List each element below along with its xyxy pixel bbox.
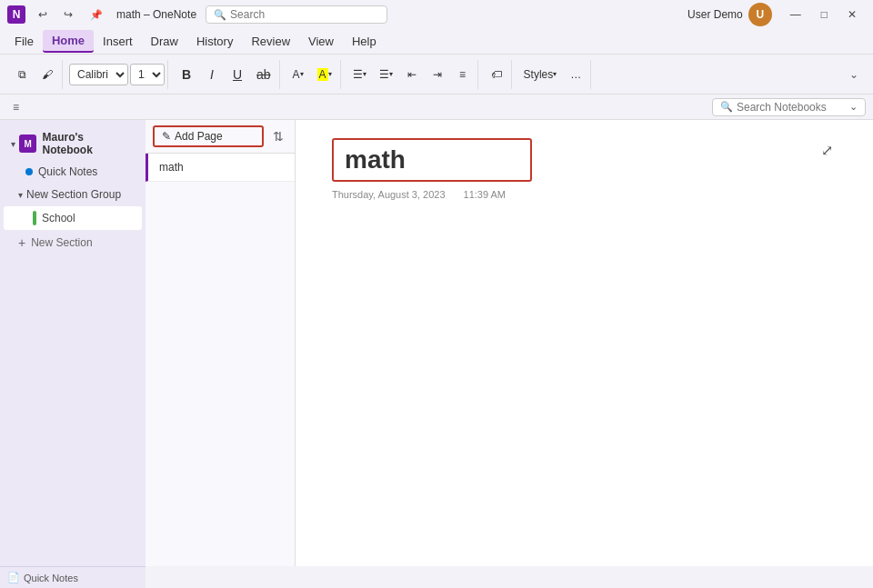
sidebar-item-new-section[interactable]: + New Section <box>4 231 142 254</box>
sub-toolbar: ≡ 🔍 ⌄ <box>0 95 873 120</box>
toolbar: ⧉ 🖌 Calibri 11 B I U ab A▾ A▾ ☰▾ ☰▾ <box>0 55 873 95</box>
window-controls: — □ ✕ <box>781 5 866 25</box>
search-notebooks-icon: 🔍 <box>720 101 733 113</box>
menu-review[interactable]: Review <box>242 31 299 52</box>
pages-panel-header: ✎ Add Page ⇅ <box>146 120 295 154</box>
minimize-button[interactable]: — <box>781 5 810 25</box>
toolbar-collapse-button[interactable]: ⌄ <box>842 65 866 85</box>
pages-panel: ✎ Add Page ⇅ math <box>146 120 296 566</box>
section-group-label: New Section Group <box>26 188 121 201</box>
page-item-label: math <box>159 161 184 174</box>
sidebar-item-label: Quick Notes <box>38 165 97 178</box>
page-item-math[interactable]: math <box>146 154 295 182</box>
menu-draw[interactable]: Draw <box>142 31 187 52</box>
add-page-button[interactable]: ✎ Add Page <box>153 125 264 147</box>
undo-button[interactable]: ↩ <box>31 3 55 26</box>
school-bar <box>33 211 36 225</box>
styles-button[interactable]: Styles ▾ <box>518 63 563 86</box>
section-group-header[interactable]: ▾ New Section Group <box>4 184 142 205</box>
add-page-label: Add Page <box>175 130 223 143</box>
sort-icon: ⇅ <box>273 129 284 144</box>
bullets-button[interactable]: ☰▾ <box>347 63 372 86</box>
sidebar-bottom-label: Quick Notes <box>24 573 78 583</box>
menu-history[interactable]: History <box>187 31 242 52</box>
sidebar-collapse-button[interactable]: ≡ <box>7 99 25 115</box>
bullets-icon: ☰ <box>353 68 363 81</box>
avatar[interactable]: U <box>748 3 772 26</box>
content-area[interactable]: math ⤢ Thursday, August 3, 2023 11:39 AM <box>296 120 873 566</box>
page-date: Thursday, August 3, 2023 <box>332 189 446 200</box>
search-icon: 🔍 <box>214 9 226 21</box>
bold-button[interactable]: B <box>175 63 198 86</box>
indent-icon: ⇥ <box>433 68 442 81</box>
search-box: 🔍 <box>206 5 387 24</box>
menu-file[interactable]: File <box>5 31 43 52</box>
section-group-chevron-icon: ▾ <box>18 190 23 200</box>
font-family-select[interactable]: Calibri <box>69 64 128 85</box>
maximize-button[interactable]: □ <box>812 5 837 25</box>
sidebar-item-quick-notes[interactable]: Quick Notes <box>4 161 142 183</box>
align-icon: ≡ <box>459 68 466 81</box>
format-brush-icon: 🖌 <box>42 68 53 81</box>
more-button[interactable]: … <box>564 63 587 86</box>
tags-icon: 🏷 <box>491 68 502 81</box>
font-color-icon: A <box>293 68 300 81</box>
app-icon: N <box>7 5 25 24</box>
content-header: math ⤢ <box>332 138 837 182</box>
sidebar-bottom[interactable]: 📄 Quick Notes <box>0 566 146 588</box>
title-bar: N ↩ ↪ 📌 math – OneNote 🔍 User Demo U — □… <box>0 0 873 29</box>
search-notebooks-chevron[interactable]: ⌄ <box>849 101 858 113</box>
menu-home[interactable]: Home <box>43 30 94 53</box>
search-notebooks-box: 🔍 ⌄ <box>712 98 866 116</box>
clipboard-button[interactable]: ⧉ <box>10 63 34 86</box>
outdent-button[interactable]: ⇤ <box>400 63 424 86</box>
strikethrough-button[interactable]: ab <box>251 63 276 86</box>
add-page-icon: ✎ <box>162 130 171 143</box>
numbering-icon: ☰ <box>379 68 389 81</box>
font-color-button[interactable]: A▾ <box>286 63 310 86</box>
font-size-select[interactable]: 11 <box>130 64 165 85</box>
pin-button[interactable]: 📌 <box>85 6 107 24</box>
highlight-icon: A <box>317 68 328 81</box>
sort-button[interactable]: ⇅ <box>269 125 287 147</box>
styles-label: Styles <box>524 68 554 81</box>
highlight-button[interactable]: A▾ <box>312 63 337 86</box>
menu-view[interactable]: View <box>299 31 343 52</box>
notebook-header[interactable]: ▾ M Mauro's Notebook <box>4 127 142 160</box>
search-notebooks-input[interactable] <box>737 101 846 114</box>
window-title: math – OneNote <box>116 8 196 21</box>
user-name: User Demo <box>687 8 743 21</box>
expand-button[interactable]: ⤢ <box>818 138 837 163</box>
underline-button[interactable]: U <box>226 63 249 86</box>
search-input[interactable] <box>230 8 357 21</box>
outdent-icon: ⇤ <box>407 68 416 81</box>
sidebar-item-school[interactable]: School <box>4 206 142 230</box>
notebook-chevron-icon: ▾ <box>11 139 15 149</box>
clipboard-icon: ⧉ <box>18 68 26 81</box>
tags-button[interactable]: 🏷 <box>485 63 508 86</box>
notebook-label: Mauro's Notebook <box>42 131 135 156</box>
italic-button[interactable]: I <box>200 63 224 86</box>
menu-insert[interactable]: Insert <box>94 31 142 52</box>
close-button[interactable]: ✕ <box>838 5 866 25</box>
page-meta: Thursday, August 3, 2023 11:39 AM <box>332 189 837 200</box>
menu-bar: File Home Insert Draw History Review Vie… <box>0 29 873 55</box>
notebook-icon: M <box>19 135 36 153</box>
plus-icon: + <box>18 235 25 250</box>
user-area: User Demo U <box>687 3 772 26</box>
menu-help[interactable]: Help <box>343 31 386 52</box>
sidebar-bottom-icon: 📄 <box>7 572 20 583</box>
more-icon: … <box>570 68 581 81</box>
align-button[interactable]: ≡ <box>451 63 475 86</box>
quick-notes-dot <box>25 168 33 175</box>
redo-button[interactable]: ↪ <box>56 3 80 26</box>
sidebar: ▾ M Mauro's Notebook Quick Notes ▾ New S… <box>0 120 146 566</box>
page-title[interactable]: math <box>332 138 532 182</box>
sidebar-item-label: School <box>42 212 75 224</box>
new-section-label: New Section <box>31 236 92 249</box>
page-time: 11:39 AM <box>464 189 506 200</box>
numbering-button[interactable]: ☰▾ <box>374 63 398 86</box>
indent-button[interactable]: ⇥ <box>426 63 449 86</box>
format-brush-button[interactable]: 🖌 <box>35 63 59 86</box>
